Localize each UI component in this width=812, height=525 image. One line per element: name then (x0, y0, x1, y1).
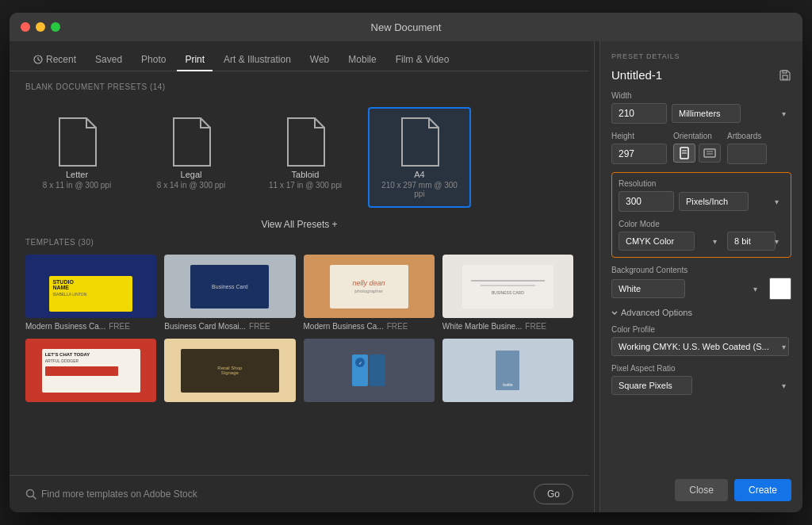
main-window: New Document Recent Saved Photo Print Ar… (10, 13, 802, 512)
width-label: Width (611, 91, 791, 100)
close-button[interactable]: Close (675, 479, 728, 501)
template-6[interactable]: Retail ShopSignage (164, 339, 295, 406)
preset-tabloid[interactable]: Tabloid 11 x 17 in @ 300 ppi (254, 107, 357, 208)
pixel-ratio-row: Square Pixels (611, 376, 791, 395)
template-2-label: Business Card Mosai... FREE (164, 322, 295, 331)
svg-rect-5 (783, 75, 787, 79)
preset-legal[interactable]: Legal 8 x 14 in @ 300 ppi (140, 107, 243, 208)
window-title: New Document (371, 21, 442, 33)
preset-a4[interactable]: A4 210 x 297 mm @ 300 ppi (368, 107, 471, 208)
letter-name: Letter (66, 170, 88, 179)
nav-tabs: Recent Saved Photo Print Art & Illustrat… (10, 41, 589, 71)
close-traffic-light[interactable] (21, 22, 30, 32)
preset-name-input[interactable] (611, 68, 779, 82)
tab-web[interactable]: Web (302, 49, 337, 71)
color-profile-wrapper: Working CMYK: U.S. Web Coated (S... (611, 337, 791, 356)
clock-icon (33, 55, 43, 64)
color-mode-wrapper: CMYK Color RGB Color Grayscale (619, 232, 722, 251)
tab-art[interactable]: Art & Illustration (216, 49, 299, 71)
search-icon (25, 489, 36, 500)
letter-desc: 8 x 11 in @ 300 ppi (43, 181, 111, 190)
color-bit-select[interactable]: 8 bit 16 bit 32 bit (727, 232, 776, 251)
svg-rect-10 (704, 149, 715, 157)
width-row: Millimeters Inches Pixels (611, 103, 791, 124)
tab-saved[interactable]: Saved (87, 49, 130, 71)
width-input[interactable] (611, 103, 667, 124)
svg-line-2 (38, 59, 40, 61)
template-5[interactable]: LET'S CHAT TODAY ARTFUL DODGER (25, 339, 156, 406)
template-1[interactable]: STUDIONAME ISABELLA LINTON Modern Busine… (25, 255, 156, 331)
bg-contents-label: Background Contents (611, 266, 791, 274)
bg-color-swatch[interactable] (769, 278, 791, 300)
template-5-thumb: LET'S CHAT TODAY ARTFUL DODGER (25, 339, 156, 402)
template-3-thumb: nelly dean photographer (304, 255, 435, 318)
template-4-label: White Marble Busine... FREE (442, 322, 573, 331)
presets-section: BLANK DOCUMENT PRESETS (14) (10, 71, 589, 107)
color-mode-row: CMYK Color RGB Color Grayscale 8 bit 16 … (619, 232, 784, 251)
tab-mobile[interactable]: Mobile (340, 49, 384, 71)
landscape-icon (703, 148, 716, 158)
save-icon (779, 69, 791, 82)
go-button[interactable]: Go (534, 484, 573, 504)
landscape-button[interactable] (699, 144, 721, 163)
tab-print[interactable]: Print (177, 49, 213, 71)
create-button[interactable]: Create (734, 479, 791, 501)
search-bar: Find more templates on Adobe Stock Go (10, 475, 589, 512)
svg-rect-6 (783, 71, 787, 73)
tab-recent[interactable]: Recent (25, 49, 84, 71)
resolution-unit-wrapper: Pixels/Inch Pixels/Cm (679, 192, 784, 211)
templates-section: TEMPLATES (30) STUDIONAME ISABELLA LINTO… (10, 238, 589, 412)
resolution-unit-select[interactable]: Pixels/Inch Pixels/Cm (679, 192, 749, 211)
titlebar: New Document (10, 13, 802, 41)
artboards-label: Artboards (727, 132, 767, 140)
tabloid-name: Tabloid (292, 170, 320, 179)
pixel-ratio-wrapper: Square Pixels (611, 376, 791, 395)
pixel-ratio-select[interactable]: Square Pixels (611, 376, 692, 395)
svg-line-4 (33, 496, 36, 500)
template-7[interactable]: ✓ (304, 339, 435, 406)
color-profile-select[interactable]: Working CMYK: U.S. Web Coated (S... (611, 337, 789, 356)
view-all-presets[interactable]: View All Presets + (10, 216, 589, 238)
minimize-traffic-light[interactable] (36, 22, 45, 32)
width-unit-wrapper: Millimeters Inches Pixels (672, 104, 791, 123)
preset-name-row (611, 68, 791, 82)
panel-divider (594, 41, 595, 512)
traffic-lights (21, 22, 60, 32)
height-orient-row: Height Orientation (611, 132, 791, 164)
preset-details-title: PRESET DETAILS (611, 52, 791, 60)
template-4[interactable]: BUSINESS CARD White Marble Busine... FRE… (442, 255, 573, 331)
template-2[interactable]: Business Card Business Card Mosai... FRE… (164, 255, 295, 331)
width-unit-select[interactable]: Millimeters Inches Pixels (672, 104, 741, 123)
maximize-traffic-light[interactable] (51, 22, 60, 32)
advanced-options-toggle[interactable]: Advanced Options (611, 308, 791, 317)
search-wrapper: Find more templates on Adobe Stock (25, 489, 527, 500)
a4-icon (399, 117, 440, 170)
color-mode-select[interactable]: CMYK Color RGB Color Grayscale (619, 232, 695, 251)
artboards-input[interactable] (727, 144, 767, 164)
tab-film[interactable]: Film & Video (388, 49, 458, 71)
height-group: Height (611, 132, 667, 164)
template-8[interactable]: bottle (442, 339, 573, 406)
template-1-label: Modern Business Ca... FREE (25, 322, 156, 331)
pixel-ratio-label: Pixel Aspect Ratio (611, 364, 791, 373)
content-area: Recent Saved Photo Print Art & Illustrat… (10, 41, 802, 512)
resolution-input[interactable] (619, 191, 674, 212)
legal-icon (170, 117, 212, 170)
height-input[interactable] (611, 144, 667, 164)
orientation-group: Orientation (673, 132, 721, 163)
template-2-thumb: Business Card (164, 255, 295, 318)
bg-contents-select[interactable]: White Black Transparent (611, 279, 685, 298)
preset-letter[interactable]: Letter 8 x 11 in @ 300 ppi (25, 107, 128, 208)
color-bit-wrapper: 8 bit 16 bit 32 bit (727, 232, 784, 251)
right-panel: PRESET DETAILS Width Millime (599, 41, 802, 512)
search-placeholder: Find more templates on Adobe Stock (41, 489, 197, 500)
tabloid-desc: 11 x 17 in @ 300 ppi (269, 181, 342, 190)
save-preset-button[interactable] (779, 69, 791, 82)
templates-title: TEMPLATES (30) (25, 238, 573, 247)
left-panel: Recent Saved Photo Print Art & Illustrat… (10, 41, 589, 512)
tab-photo[interactable]: Photo (133, 49, 174, 71)
template-3[interactable]: nelly dean photographer Modern Business … (304, 255, 435, 331)
legal-desc: 8 x 14 in @ 300 ppi (157, 181, 225, 190)
artboards-group: Artboards (727, 132, 767, 164)
portrait-button[interactable] (673, 144, 695, 163)
